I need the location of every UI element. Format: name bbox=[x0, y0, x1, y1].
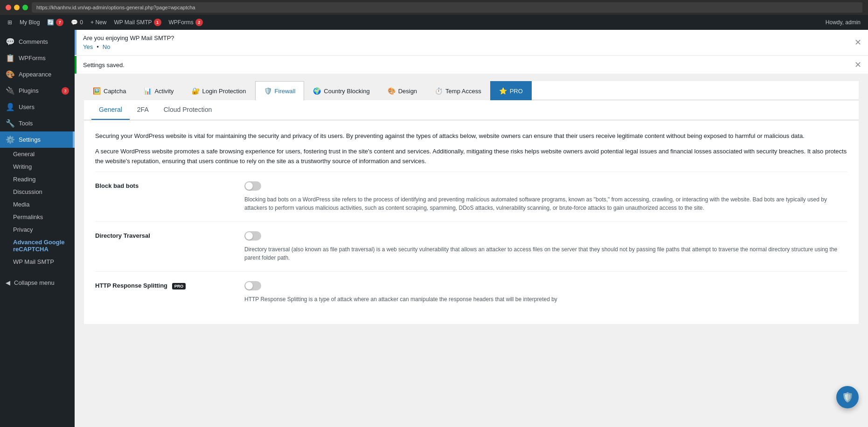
content-tab-cloud-protection[interactable]: Cloud Protection bbox=[156, 100, 220, 120]
success-close-button[interactable]: ✕ bbox=[854, 60, 861, 70]
wpmail-badge: 1 bbox=[154, 19, 161, 26]
firewall-tab-label: Firewall bbox=[275, 88, 296, 95]
updates-badge: 7 bbox=[56, 19, 63, 26]
sidebar-item-appearance-label: Appearance bbox=[19, 71, 51, 78]
tab-activity[interactable]: 📊 Activity bbox=[135, 81, 182, 100]
wp-admin-bar: ⊞ My Blog 🔄 7 💬 0 + New WP Mail SMTP 1 W… bbox=[0, 15, 868, 30]
tab-country-blocking[interactable]: 🌍 Country Blocking bbox=[304, 81, 378, 100]
cloud-protection-tab-label: Cloud Protection bbox=[164, 106, 212, 113]
tab-firewall[interactable]: 🛡️ Firewall bbox=[255, 81, 305, 100]
content-tab-2fa[interactable]: 2FA bbox=[130, 100, 156, 120]
design-tab-icon: 🎨 bbox=[388, 87, 396, 95]
page-area: 🖼️ Captcha 📊 Activity 🔐 Login Protection… bbox=[75, 74, 868, 331]
tab-login-protection[interactable]: 🔐 Login Protection bbox=[183, 81, 255, 100]
tools-icon: 🔧 bbox=[6, 119, 15, 128]
notice-close-button[interactable]: ✕ bbox=[854, 37, 861, 48]
howdy-text: Howdy, admin bbox=[822, 19, 864, 26]
sidebar-item-settings-label: Settings bbox=[19, 136, 41, 143]
pro-badge: PRO bbox=[172, 283, 186, 289]
tab-design[interactable]: 🎨 Design bbox=[379, 81, 426, 100]
appearance-icon: 🎨 bbox=[6, 70, 15, 79]
tab-captcha[interactable]: 🖼️ Captcha bbox=[84, 81, 135, 100]
comments-sidebar-icon: 💬 bbox=[6, 37, 15, 46]
comments-icon: 💬 bbox=[71, 19, 78, 26]
http-response-splitting-description: HTTP Response Splitting is a type of att… bbox=[244, 295, 847, 303]
directory-traversal-toggle[interactable] bbox=[244, 231, 261, 241]
country-blocking-tab-label: Country Blocking bbox=[324, 88, 369, 95]
maximize-button[interactable] bbox=[22, 5, 28, 10]
captcha-tab-icon: 🖼️ bbox=[93, 87, 101, 95]
browser-controls[interactable] bbox=[6, 5, 28, 10]
setting-directory-traversal: Directory Traversal Directory traversal … bbox=[95, 221, 847, 271]
description-2: A secure WordPress website promotes a sa… bbox=[95, 147, 847, 166]
url-bar[interactable]: https://khanhnv.id.vn/wp-admin/options-g… bbox=[32, 2, 862, 13]
wpforms-sidebar-icon: 📋 bbox=[6, 54, 15, 62]
minimize-button[interactable] bbox=[14, 5, 20, 10]
sidebar-item-wpforms[interactable]: 📋 WPForms bbox=[0, 50, 75, 66]
wpmail-label: WP Mail SMTP bbox=[114, 19, 152, 26]
wp-logo-item[interactable]: ⊞ bbox=[4, 15, 16, 30]
sidebar-item-appearance[interactable]: 🎨 Appearance bbox=[0, 66, 75, 83]
http-response-splitting-toggle[interactable] bbox=[244, 281, 261, 290]
setting-http-response-splitting: HTTP Response Splitting PRO HTTP Respons… bbox=[95, 271, 847, 313]
submenu-general[interactable]: General bbox=[0, 148, 75, 160]
general-tab-label: General bbox=[99, 106, 122, 113]
activity-tab-label: Activity bbox=[154, 88, 174, 95]
sidebar-item-wpforms-label: WPForms bbox=[19, 55, 46, 62]
content-tab-general[interactable]: General bbox=[91, 100, 130, 120]
wpmail-notice: Are you enjoying WP Mail SMTP? Yes • No … bbox=[75, 30, 868, 55]
settings-submenu: General Writing Reading Discussion Media… bbox=[0, 148, 75, 268]
wpforms-badge: 2 bbox=[195, 19, 203, 26]
submenu-discussion[interactable]: Discussion bbox=[0, 186, 75, 198]
wpforms-item[interactable]: WPForms 2 bbox=[165, 15, 207, 30]
block-bad-bots-toggle[interactable] bbox=[244, 181, 261, 191]
site-name-item[interactable]: My Blog bbox=[16, 15, 43, 30]
collapse-menu[interactable]: ◀ Collapse menu bbox=[0, 275, 75, 290]
submenu-reading[interactable]: Reading bbox=[0, 173, 75, 186]
sidebar-item-tools[interactable]: 🔧 Tools bbox=[0, 115, 75, 131]
updates-item[interactable]: 🔄 7 bbox=[43, 15, 67, 30]
sidebar-item-plugins[interactable]: 🔌 Plugins 3 bbox=[0, 83, 75, 99]
submenu-privacy[interactable]: Privacy bbox=[0, 223, 75, 236]
new-item[interactable]: + New bbox=[87, 15, 110, 30]
sidebar-item-plugins-label: Plugins bbox=[19, 87, 39, 94]
content-tabs: General 2FA Cloud Protection bbox=[84, 100, 859, 120]
notice-no-link[interactable]: No bbox=[103, 43, 111, 50]
comments-item[interactable]: 💬 0 bbox=[67, 15, 87, 30]
sidebar-item-settings[interactable]: ⚙️ Settings bbox=[0, 131, 75, 148]
wp-logo-icon: ⊞ bbox=[7, 19, 12, 26]
submenu-permalinks[interactable]: Permalinks bbox=[0, 211, 75, 223]
tab-pro[interactable]: ⭐ PRO bbox=[490, 81, 532, 100]
success-message: Settings saved. bbox=[83, 62, 125, 69]
sidebar-item-comments[interactable]: 💬 Comments bbox=[0, 34, 75, 50]
country-blocking-tab-icon: 🌍 bbox=[313, 87, 321, 95]
updates-icon: 🔄 bbox=[47, 19, 54, 26]
sidebar-item-users-label: Users bbox=[19, 103, 35, 110]
sidebar-item-users[interactable]: 👤 Users bbox=[0, 99, 75, 115]
captcha-tab-label: Captcha bbox=[104, 88, 126, 95]
url-text: https://khanhnv.id.vn/wp-admin/options-g… bbox=[36, 5, 195, 10]
plugins-icon: 🔌 bbox=[6, 86, 15, 95]
browser-bar: https://khanhnv.id.vn/wp-admin/options-g… bbox=[0, 0, 868, 15]
block-bad-bots-description: Blocking bad bots on a WordPress site re… bbox=[244, 195, 847, 212]
users-icon: 👤 bbox=[6, 103, 15, 111]
wpmail-item[interactable]: WP Mail SMTP 1 bbox=[110, 15, 165, 30]
settings-content: Securing your WordPress website is vital… bbox=[84, 120, 859, 324]
submenu-media[interactable]: Media bbox=[0, 198, 75, 211]
firewall-tab-icon: 🛡️ bbox=[264, 87, 272, 95]
submenu-writing[interactable]: Writing bbox=[0, 160, 75, 173]
floating-help-button[interactable]: 🛡️ bbox=[836, 386, 859, 408]
submenu-wpmail[interactable]: WP Mail SMTP bbox=[0, 255, 75, 268]
block-bad-bots-control: Blocking bad bots on a WordPress site re… bbox=[244, 181, 847, 212]
wpforms-label: WPForms bbox=[169, 19, 194, 26]
sidebar-item-comments-label: Comments bbox=[19, 38, 48, 45]
temp-access-tab-label: Temp Access bbox=[445, 88, 481, 95]
http-response-splitting-control: HTTP Response Splitting is a type of att… bbox=[244, 281, 847, 303]
notice-yes-link[interactable]: Yes bbox=[83, 43, 93, 50]
close-button[interactable] bbox=[6, 5, 11, 10]
plugins-badge: 3 bbox=[62, 87, 69, 95]
submenu-recaptcha[interactable]: Advanced Google reCAPTCHA bbox=[0, 236, 75, 255]
tab-temp-access[interactable]: ⏱️ Temp Access bbox=[426, 81, 490, 100]
sidebar: 💬 Comments 📋 WPForms 🎨 Appearance 🔌 Plug… bbox=[0, 30, 75, 427]
directory-traversal-label: Directory Traversal bbox=[95, 231, 235, 239]
